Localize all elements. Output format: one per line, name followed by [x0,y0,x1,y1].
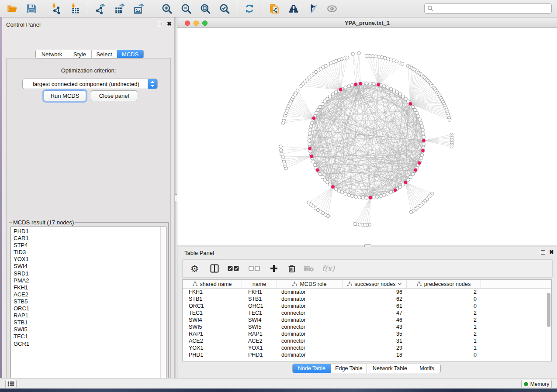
graph-hub-node[interactable] [377,83,381,87]
network-view-canvas[interactable] [177,28,557,245]
graph-node[interactable] [323,178,327,182]
graph-node[interactable] [411,105,415,109]
table-row[interactable]: ACE2ACE2connector311 [183,337,551,344]
import-network-icon[interactable] [50,3,62,15]
export-network-icon[interactable] [94,3,107,15]
mcds-list-scrollbar[interactable] [160,227,166,381]
graph-node[interactable] [422,142,426,146]
graph-node[interactable] [308,132,311,135]
table-row[interactable]: RAP1RAP1dominator352 [183,330,551,337]
graph-node[interactable] [365,54,368,58]
graph-node[interactable] [368,54,371,58]
graph-node[interactable] [368,82,372,86]
graph-node[interactable] [392,89,396,92]
graph-node[interactable] [365,82,368,85]
graph-hub-node[interactable] [312,117,316,120]
graph-node[interactable] [407,178,410,182]
table-row[interactable]: STB1STB1dominator620 [183,296,551,303]
table-row[interactable]: SWI4SWI4dominator462 [183,316,551,323]
graph-node[interactable] [281,155,285,158]
mcds-result-item[interactable]: TEC1 [14,333,166,340]
graph-node[interactable] [422,132,425,135]
tab-style[interactable]: Style [68,50,92,58]
select-all-checkboxes-icon[interactable] [228,262,239,275]
graph-node[interactable] [361,196,365,199]
graph-node[interactable] [401,62,404,65]
graph-node[interactable] [308,135,311,139]
column-header-predecessor-nodes[interactable]: predecessor nodes [407,280,481,288]
mcds-result-item[interactable]: CAR1 [14,235,166,242]
graph-node[interactable] [386,86,389,89]
graph-node[interactable] [334,91,338,94]
clone-network-icon[interactable] [268,3,280,15]
panel-layout-icon[interactable] [210,262,219,275]
graph-node[interactable] [372,82,376,86]
graph-node[interactable] [280,149,283,152]
graph-node[interactable] [419,157,423,160]
close-panel-icon[interactable]: ✖ [549,250,554,254]
save-session-icon[interactable] [25,3,38,15]
tab-network[interactable]: Network [36,50,68,58]
graph-node[interactable] [279,145,283,148]
table-settings-icon[interactable]: ⚙ [190,262,199,275]
task-history-button[interactable] [5,380,17,388]
graph-node[interactable] [326,97,329,101]
graph-node[interactable] [321,103,324,106]
graph-node[interactable] [383,193,386,197]
graph-node[interactable] [409,175,412,179]
close-panel-icon[interactable]: ✖ [167,22,172,26]
tab-select[interactable]: Select [92,50,117,58]
optimization-criterion-select[interactable]: largest connected component (undirected) [22,79,158,89]
graph-node[interactable] [410,210,413,214]
graph-node[interactable] [398,185,402,189]
graph-hub-node[interactable] [422,139,426,143]
graph-node[interactable] [340,191,344,194]
mcds-result-item[interactable]: STP4 [14,242,166,249]
mcds-result-item[interactable]: SRD1 [14,270,166,277]
graph-node[interactable] [374,55,377,58]
graph-node[interactable] [415,111,419,115]
graph-node[interactable] [354,195,358,199]
graph-node[interactable] [420,153,424,157]
graph-node[interactable] [311,160,315,163]
graph-node[interactable] [308,142,311,146]
graph-node[interactable] [313,163,317,167]
graph-node[interactable] [321,175,324,179]
graph-hub-node[interactable] [308,147,312,151]
tab-motifs[interactable]: Motifs [413,364,440,373]
graph-hub-node[interactable] [315,168,319,172]
graph-hub-node[interactable] [404,181,408,185]
graph-hub-node[interactable] [369,196,373,199]
graph-node[interactable] [389,87,393,91]
graph-node[interactable] [376,195,379,199]
table-row[interactable]: FKH1FKH1dominator962 [183,289,551,296]
graph-node[interactable] [344,86,347,89]
graph-node[interactable] [371,55,374,58]
graph-node[interactable] [326,181,329,184]
graph-hub-node[interactable] [331,185,335,189]
column-header-successor-nodes[interactable]: successor nodes [343,280,407,288]
column-header-name[interactable]: name [242,280,277,288]
mcds-result-item[interactable]: PHD1 [14,228,166,235]
mcds-result-item[interactable]: STB1 [14,319,166,326]
graph-node[interactable] [344,192,347,196]
graph-hub-node[interactable] [421,148,425,152]
run-mcds-button[interactable]: Run MCDS [44,90,86,101]
graph-node[interactable] [329,95,332,98]
graph-node[interactable] [450,145,453,148]
graph-node[interactable] [351,194,354,198]
graph-node[interactable] [357,52,361,55]
close-panel-button[interactable]: Close panel [91,90,137,101]
graph-node[interactable] [309,125,313,128]
graph-node[interactable] [422,135,426,139]
mcds-result-item[interactable]: FKH1 [14,284,166,291]
graph-node[interactable] [346,56,349,59]
zoom-in-icon[interactable] [161,3,173,15]
graph-hub-node[interactable] [339,88,343,92]
graph-node[interactable] [296,89,299,93]
graph-node[interactable] [421,128,425,132]
graph-node[interactable] [351,83,354,87]
zoom-selected-icon[interactable] [218,3,231,15]
float-panel-icon[interactable] [158,22,162,26]
graph-node[interactable] [318,172,322,176]
